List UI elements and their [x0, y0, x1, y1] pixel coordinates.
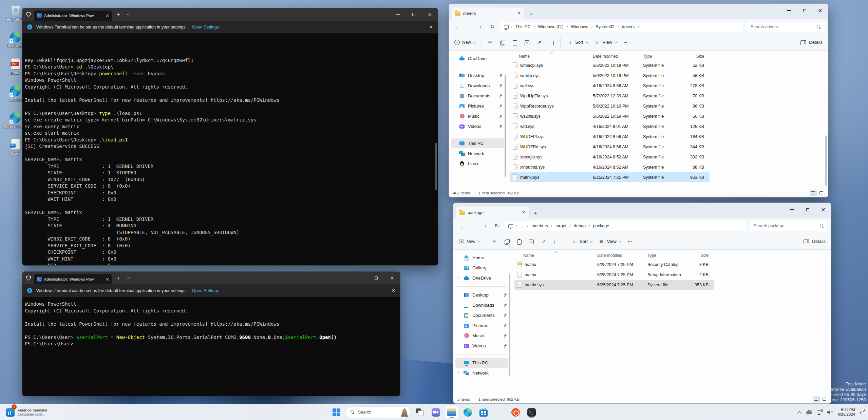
cut-button[interactable] — [491, 238, 498, 245]
more-button[interactable] — [622, 39, 629, 46]
column-size[interactable]: Size — [684, 253, 713, 258]
file-row[interactable]: xboxgip.sys4/16/2024 8:52 AMSystem file3… — [510, 152, 710, 162]
tab-close-icon[interactable]: ✕ — [517, 11, 521, 16]
new-tab-button[interactable]: + — [117, 12, 120, 18]
taskbar-search[interactable]: Search — [346, 406, 410, 418]
sidebar-item-documents[interactable]: Documents — [455, 310, 508, 320]
hidden-icons-chevron[interactable] — [797, 411, 802, 415]
taskbar-clock[interactable]: 8:11 PM 6/25/2024 — [838, 408, 855, 417]
terminal-titlebar[interactable]: >_ Administrator: Windows Pow ✕ + ✕ — [22, 8, 438, 21]
sidebar-item-documents[interactable]: Documents — [451, 91, 504, 101]
file-row[interactable]: wtd.sys4/16/2024 9:01 AMSystem file126 K… — [510, 121, 710, 131]
sidebar-item-desktop[interactable]: Desktop — [455, 290, 508, 300]
file-row[interactable]: wmiacpi.sys5/6/2022 10:19 PMSystem file5… — [510, 60, 710, 70]
terminal-titlebar[interactable]: >_ Administrator: Windows Pow ✕ + ✕ — [22, 272, 400, 284]
chat-button[interactable] — [429, 406, 442, 419]
column-type[interactable]: Type — [643, 54, 680, 59]
sidebar-item-downloads[interactable]: Downloads — [451, 81, 504, 91]
delete-button[interactable] — [548, 39, 555, 46]
expand-chevron-icon[interactable]: › — [453, 56, 455, 60]
minimize-button[interactable] — [781, 4, 797, 17]
details-view-toggle[interactable] — [810, 190, 816, 196]
tab-close-icon[interactable]: ✕ — [106, 14, 109, 18]
sidebar-item-desktop[interactable]: Desktop — [451, 71, 504, 80]
column-date[interactable]: Date modified — [593, 54, 643, 59]
task-view-button[interactable] — [413, 406, 426, 419]
sort-button[interactable]: Sort — [570, 238, 592, 245]
explorer-titlebar[interactable]: drivers ✕ + ✕ — [449, 4, 828, 19]
paste-button[interactable] — [516, 238, 523, 245]
minimize-button[interactable] — [390, 8, 406, 21]
sidebar-item-gallery[interactable]: Gallery — [455, 263, 508, 273]
terminal-scrollbar[interactable] — [435, 143, 437, 190]
sidebar-item-network[interactable]: ›Network — [455, 368, 508, 378]
explorer-tab[interactable]: drivers ✕ — [452, 7, 524, 19]
breadcrumb-item[interactable]: target — [555, 224, 567, 228]
details-button[interactable]: Details — [803, 238, 826, 245]
file-row[interactable]: matrix.sys6/25/2024 7:25 PMSystem file95… — [510, 172, 710, 182]
large-icons-view-toggle[interactable] — [818, 190, 825, 196]
copy-button[interactable] — [499, 39, 506, 46]
file-row[interactable]: WUDFPf.sys4/16/2024 8:56 AMSystem file16… — [510, 132, 710, 141]
tab-dropdown-icon[interactable] — [127, 276, 130, 279]
file-row[interactable]: WUDFRd.sys4/16/2024 8:56 AMSystem file34… — [510, 142, 710, 152]
breadcrumb-item[interactable]: debug — [573, 224, 586, 228]
close-button[interactable]: ✕ — [422, 8, 438, 21]
back-button[interactable]: ← — [452, 22, 463, 32]
paste-button[interactable] — [511, 39, 518, 46]
breadcrumb-item[interactable]: This PC — [515, 24, 531, 29]
onedrive-tray-icon[interactable] — [806, 409, 812, 415]
explorer-tab[interactable]: package ✕ — [456, 207, 529, 218]
share-button[interactable] — [540, 238, 547, 245]
breadcrumb-item[interactable]: Windows — [570, 24, 589, 29]
tab-dropdown-icon[interactable] — [127, 12, 130, 15]
forward-button[interactable]: → — [468, 221, 479, 231]
sidebar-item-pictures[interactable]: Pictures — [451, 101, 504, 111]
notification-bell-icon[interactable]: z — [860, 410, 865, 415]
file-row[interactable]: WppRecorder.sys5/6/2022 10:19 PMSystem f… — [510, 101, 710, 111]
more-button[interactable] — [627, 238, 634, 245]
new-button[interactable]: New — [454, 40, 476, 45]
close-button[interactable]: ✕ — [815, 203, 831, 216]
sidebar-item-videos[interactable]: Videos — [451, 121, 504, 131]
store-button[interactable] — [477, 406, 490, 419]
file-row[interactable]: ws2ifsl.sys5/6/2022 10:19 PMSystem file5… — [510, 111, 710, 121]
new-tab-button[interactable]: + — [117, 275, 120, 281]
expand-chevron-icon[interactable]: › — [453, 151, 455, 155]
sidebar-item-onedrive[interactable]: ›OneDrive — [451, 54, 504, 63]
expand-chevron-icon[interactable]: › — [458, 275, 459, 280]
visual-studio-button[interactable] — [493, 406, 506, 419]
minimize-button[interactable] — [352, 272, 368, 284]
details-view-toggle[interactable] — [813, 396, 819, 402]
share-button[interactable] — [536, 39, 543, 46]
breadcrumb[interactable]: ›This PC›Windows (C:)›Windows›System32›d… — [501, 22, 743, 32]
refresh-button[interactable]: ↻ — [487, 22, 498, 32]
open-settings-link[interactable]: Open Settings — [192, 288, 219, 293]
rename-button[interactable] — [528, 238, 535, 245]
file-row[interactable]: matrix6/25/2024 7:25 PMSetup Information… — [514, 270, 714, 280]
maximize-button[interactable] — [800, 203, 815, 216]
large-icons-view-toggle[interactable] — [821, 396, 828, 402]
forward-button[interactable]: → — [464, 22, 475, 32]
sidebar-item-this-pc[interactable]: ›This PC — [455, 358, 508, 368]
tab-close-icon[interactable]: ✕ — [522, 210, 525, 215]
breadcrumb-item[interactable]: System32 — [595, 24, 615, 29]
expand-chevron-icon[interactable]: › — [458, 360, 459, 364]
sidebar-item-onedrive[interactable]: ›OneDrive — [455, 273, 508, 283]
file-row[interactable]: matrix6/25/2024 7:25 PMSecurity Catalog8… — [514, 260, 714, 269]
infobar-close-icon[interactable]: ✕ — [429, 24, 433, 30]
terminal-tab[interactable]: >_ Administrator: Windows Pow ✕ — [34, 274, 112, 284]
delete-button[interactable] — [552, 238, 559, 245]
widgets-button[interactable]: 1 Finance headline Consumer confi... — [3, 406, 50, 419]
close-button[interactable]: ✕ — [384, 272, 400, 284]
file-row[interactable]: WpdUpFltr.sys5/7/2022 12:39 AMSystem fil… — [510, 91, 710, 101]
expand-chevron-icon[interactable]: › — [453, 161, 455, 165]
new-tab-button[interactable]: + — [534, 210, 537, 216]
file-row[interactable]: wmilib.sys5/6/2022 10:19 PMSystem file58… — [510, 71, 710, 80]
open-settings-link[interactable]: Open Settings — [192, 25, 219, 30]
sidebar-item-downloads[interactable]: Downloads — [455, 300, 508, 310]
expand-chevron-icon[interactable]: › — [458, 370, 459, 375]
minimize-button[interactable] — [784, 203, 800, 216]
terminal-output[interactable]: Windows PowerShellCopyright (C) Microsof… — [22, 297, 400, 396]
back-button[interactable]: ← — [457, 221, 468, 231]
